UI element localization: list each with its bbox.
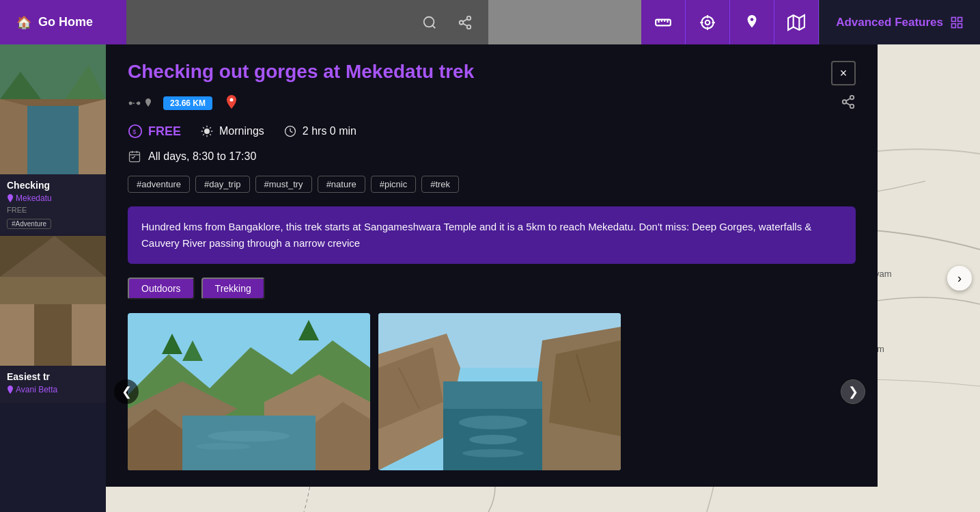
- detail-title: Checking out gorges at Mekedatu trek: [128, 61, 474, 83]
- svg-marker-93: [549, 340, 621, 436]
- route-icon: [128, 96, 152, 110]
- price-info: $ FREE: [128, 124, 181, 139]
- advanced-features-button[interactable]: Advanced Features: [819, 0, 980, 44]
- duration-info: 2 hrs 0 min: [283, 124, 356, 138]
- photo-prev-button[interactable]: ❮: [114, 379, 139, 404]
- tag-trek: #trek: [421, 176, 459, 193]
- svg-rect-39: [0, 277, 106, 304]
- svg-point-3: [460, 21, 464, 25]
- svg-point-4: [467, 25, 471, 28]
- card-thumbnail-2: [0, 236, 106, 366]
- svg-point-18: [751, 18, 754, 21]
- svg-point-2: [467, 16, 471, 20]
- svg-marker-33: [79, 99, 106, 174]
- description-box: Hundred kms from Bangaklore, this trek s…: [128, 206, 856, 264]
- list-item[interactable]: Checking Mekedatu FREE #Adventure: [0, 44, 106, 234]
- main-content: Checking Mekedatu FREE #Adventure: [0, 44, 980, 512]
- svg-point-53: [850, 95, 854, 99]
- svg-point-83: [208, 431, 290, 442]
- tag-day-trip: #day_trip: [195, 176, 249, 193]
- price-label: FREE: [148, 124, 181, 139]
- svg-rect-80: [182, 416, 316, 470]
- svg-rect-22: [952, 17, 956, 21]
- svg-line-66: [210, 134, 211, 135]
- card-info-2: Easiest tr Avani Betta: [0, 366, 106, 403]
- detail-panel: Checking out gorges at Mekedatu trek ×: [106, 44, 878, 487]
- svg-point-55: [850, 104, 854, 108]
- photo-next-button[interactable]: ❯: [841, 379, 865, 404]
- svg-point-96: [459, 416, 527, 429]
- card-thumbnail-1: [0, 44, 106, 174]
- nav-spacer: [126, 0, 488, 44]
- list-item[interactable]: Easiest tr Avani Betta: [0, 236, 106, 403]
- svg-point-0: [424, 16, 434, 27]
- search-button[interactable]: [417, 10, 442, 35]
- schedule-label: All days, 8:30 to 17:30: [148, 150, 256, 163]
- svg-point-12: [705, 20, 710, 25]
- svg-marker-19: [788, 15, 804, 30]
- share-button[interactable]: [453, 10, 477, 35]
- photo-2: [378, 313, 621, 470]
- svg-line-65: [203, 127, 204, 129]
- tag-nature: #nature: [318, 176, 365, 193]
- svg-rect-24: [952, 23, 956, 27]
- map-view-button[interactable]: [774, 0, 819, 44]
- navbar: 🏠 Go Home: [0, 0, 980, 44]
- card-title-1: Checking: [7, 180, 99, 191]
- svg-text:$: $: [132, 129, 136, 135]
- detail-info-row: $ FREE Morni: [128, 124, 856, 139]
- go-home-label: Go Home: [38, 15, 93, 29]
- advanced-features-label: Advanced Features: [836, 16, 943, 29]
- svg-point-98: [462, 449, 524, 457]
- photos-row: ❮: [128, 313, 856, 470]
- share-detail-button[interactable]: [841, 94, 856, 113]
- go-home-button[interactable]: 🏠 Go Home: [0, 0, 126, 44]
- close-button[interactable]: ×: [831, 61, 856, 85]
- svg-rect-25: [958, 23, 962, 27]
- description-text: Hundred kms from Bangaklore, this trek s…: [141, 221, 811, 249]
- map-next-button[interactable]: ›: [947, 266, 972, 291]
- card-location-1: Mekedatu: [7, 193, 99, 203]
- detail-schedule: All days, 8:30 to 17:30: [128, 150, 856, 163]
- tag-adventure: #adventure: [128, 176, 190, 193]
- tag-must-try: #must_try: [255, 176, 312, 193]
- svg-point-54: [843, 100, 847, 104]
- duration-label: 2 hrs 0 min: [303, 125, 356, 137]
- category-outdoors[interactable]: Outdoors: [128, 278, 195, 299]
- card-location-2: Avani Betta: [7, 385, 99, 394]
- svg-point-97: [469, 435, 517, 444]
- pin-tool-button[interactable]: [730, 0, 774, 44]
- detail-header: Checking out gorges at Mekedatu trek ×: [128, 61, 856, 85]
- detail-meta-row: 23.66 KM: [128, 94, 856, 113]
- svg-line-56: [846, 103, 850, 105]
- time-of-day-label: Mornings: [219, 125, 264, 137]
- svg-point-60: [205, 129, 210, 134]
- nav-right: Advanced Features: [488, 0, 980, 44]
- svg-rect-29: [27, 106, 79, 174]
- svg-line-1: [432, 25, 435, 28]
- svg-line-6: [463, 18, 467, 21]
- card-title-2: Easiest tr: [7, 371, 99, 382]
- svg-line-57: [846, 98, 850, 100]
- card-price-1: FREE: [7, 206, 99, 214]
- maps-icon: [223, 94, 240, 113]
- card-info-1: Checking Mekedatu FREE #Adventure: [0, 174, 106, 234]
- svg-marker-32: [0, 99, 27, 174]
- measure-tool-button[interactable]: [641, 0, 686, 44]
- card-tag-1: #Adventure: [7, 219, 51, 229]
- svg-line-67: [203, 134, 204, 135]
- tags-row: #adventure #day_trip #must_try #nature #…: [128, 176, 856, 193]
- photo-1: [128, 313, 370, 470]
- svg-point-13: [701, 16, 713, 28]
- svg-line-5: [463, 23, 467, 26]
- tag-picnic: #picnic: [371, 176, 416, 193]
- distance-badge: 23.66 KM: [163, 96, 212, 110]
- svg-point-52: [230, 98, 234, 102]
- map-area[interactable]: Punganūr Mulbāgal Kuppam Vāniyam Jolārpe…: [106, 44, 980, 512]
- svg-rect-23: [958, 17, 962, 21]
- svg-line-68: [210, 127, 211, 129]
- locate-tool-button[interactable]: [686, 0, 730, 44]
- category-trekking[interactable]: Trekking: [201, 278, 265, 299]
- category-tags: Outdoors Trekking: [128, 278, 856, 299]
- left-sidebar: Checking Mekedatu FREE #Adventure: [0, 44, 106, 512]
